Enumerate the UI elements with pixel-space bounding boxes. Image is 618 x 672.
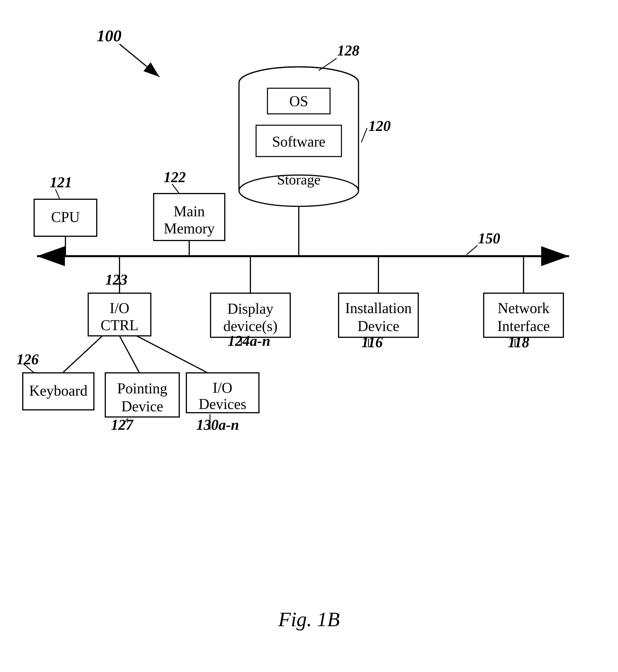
- svg-text:Pointing: Pointing: [117, 380, 167, 396]
- svg-text:126: 126: [16, 351, 39, 368]
- svg-text:Network: Network: [498, 300, 549, 316]
- svg-text:118: 118: [508, 334, 529, 350]
- svg-text:Software: Software: [272, 133, 325, 150]
- svg-line-55: [119, 336, 139, 373]
- svg-line-54: [63, 336, 102, 373]
- svg-text:Installation: Installation: [345, 300, 412, 316]
- svg-text:116: 116: [362, 334, 383, 350]
- svg-text:Devices: Devices: [199, 396, 246, 412]
- svg-text:Device: Device: [357, 318, 399, 334]
- svg-text:123: 123: [105, 272, 127, 288]
- svg-line-23: [56, 189, 60, 199]
- svg-text:120: 120: [369, 118, 391, 134]
- svg-text:Keyboard: Keyboard: [29, 383, 87, 399]
- svg-line-56: [136, 336, 208, 373]
- svg-text:Display: Display: [227, 301, 274, 317]
- svg-text:Device: Device: [121, 398, 163, 414]
- svg-text:122: 122: [164, 169, 186, 185]
- svg-text:128: 128: [337, 42, 359, 59]
- svg-text:Interface: Interface: [497, 318, 550, 334]
- svg-text:130a-n: 130a-n: [196, 417, 239, 433]
- svg-text:device(s): device(s): [223, 318, 278, 334]
- svg-text:Fig. 1B: Fig. 1B: [278, 608, 340, 631]
- diagram-container: OS Software Storage 120 128 150 CPU 121 …: [0, 0, 618, 672]
- svg-line-13: [362, 128, 367, 142]
- svg-line-73: [119, 44, 159, 77]
- svg-text:Main: Main: [174, 203, 205, 219]
- svg-line-18: [467, 245, 478, 255]
- svg-text:I/O: I/O: [110, 300, 129, 316]
- svg-text:Storage: Storage: [277, 172, 321, 188]
- svg-text:150: 150: [478, 230, 500, 247]
- svg-text:I/O: I/O: [213, 380, 232, 396]
- svg-line-29: [172, 184, 179, 194]
- svg-text:Memory: Memory: [164, 220, 215, 236]
- svg-text:121: 121: [50, 174, 72, 190]
- svg-text:CPU: CPU: [51, 209, 80, 225]
- svg-text:100: 100: [97, 26, 121, 45]
- svg-text:124a-n: 124a-n: [228, 333, 270, 349]
- svg-text:OS: OS: [289, 93, 308, 109]
- svg-text:CTRL: CTRL: [101, 317, 138, 333]
